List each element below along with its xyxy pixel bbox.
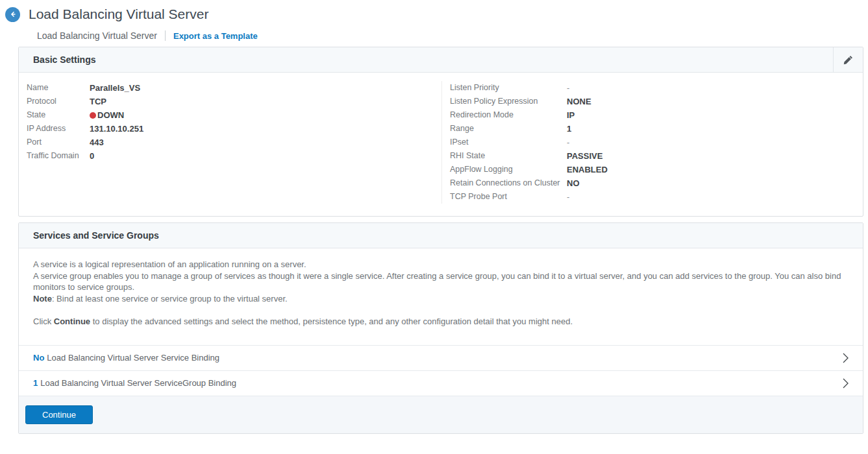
- basic-settings-header: Basic Settings: [19, 47, 863, 73]
- chevron-right-icon: [843, 378, 849, 388]
- description-note: Note: Bind at least one service or servi…: [33, 293, 849, 305]
- description-line-2: A service group enables you to manage a …: [33, 270, 849, 293]
- services-footer: Continue: [19, 396, 863, 433]
- red-dot-icon: [90, 112, 96, 119]
- field-rhi-state: RHI State PASSIVE: [442, 149, 863, 163]
- field-traffic-domain: Traffic Domain 0: [19, 149, 441, 163]
- field-protocol: Protocol TCP: [19, 95, 441, 108]
- field-retain-connections-on-cluster: Retain Connections on Cluster NO: [442, 176, 863, 190]
- field-range: Range 1: [442, 122, 863, 136]
- page-title: Load Balancing Virtual Server: [29, 6, 208, 22]
- field-listen-policy-expression: Listen Policy Expression NONE: [442, 95, 863, 108]
- field-ip-address: IP Address 131.10.10.251: [19, 122, 441, 136]
- services-panel: Services and Service Groups A service is…: [18, 222, 863, 434]
- field-port: Port 443: [19, 136, 441, 149]
- continue-button[interactable]: Continue: [25, 405, 93, 424]
- arrow-left-icon: [8, 10, 18, 19]
- field-name: Name Parallels_VS: [19, 81, 441, 95]
- edit-basic-settings-button[interactable]: [833, 47, 863, 72]
- page-header: Load Balancing Virtual Server: [0, 0, 868, 22]
- services-title: Services and Service Groups: [19, 230, 159, 241]
- field-redirection-mode: Redirection Mode IP: [442, 108, 863, 122]
- back-button[interactable]: [5, 7, 20, 22]
- basic-settings-title: Basic Settings: [19, 54, 95, 65]
- basic-settings-right-column: Listen Priority - Listen Policy Expressi…: [442, 81, 863, 204]
- field-ipset: IPset -: [442, 136, 863, 149]
- service-binding-row[interactable]: No Load Balancing Virtual Server Service…: [19, 345, 863, 370]
- basic-settings-body: Name Parallels_VS Protocol TCP State DOW…: [19, 73, 863, 216]
- basic-settings-panel: Basic Settings Name Parallels_VS Protoco…: [18, 47, 863, 217]
- export-as-template-link[interactable]: Export as a Template: [173, 31, 258, 41]
- services-header: Services and Service Groups: [19, 223, 863, 248]
- status-badge: DOWN: [90, 108, 124, 122]
- field-appflow-logging: AppFlow Logging ENABLED: [442, 163, 863, 176]
- field-listen-priority: Listen Priority -: [442, 81, 863, 95]
- field-tcp-probe-port: TCP Probe Port -: [442, 190, 863, 204]
- basic-settings-left-column: Name Parallels_VS Protocol TCP State DOW…: [19, 81, 442, 204]
- pencil-icon: [843, 55, 853, 65]
- divider: [165, 30, 166, 41]
- field-state: State DOWN: [19, 108, 441, 122]
- continue-hint: Click Continue to display the advanced s…: [33, 316, 849, 328]
- servicegroup-binding-row[interactable]: 1 Load Balancing Virtual Server ServiceG…: [19, 370, 863, 396]
- subtab-label: Load Balancing Virtual Server: [37, 30, 157, 41]
- description-line-1: A service is a logical representation of…: [33, 259, 849, 270]
- chevron-right-icon: [843, 353, 849, 363]
- breadcrumb: Load Balancing Virtual Server Export as …: [37, 30, 868, 41]
- services-description: A service is a logical representation of…: [19, 248, 863, 345]
